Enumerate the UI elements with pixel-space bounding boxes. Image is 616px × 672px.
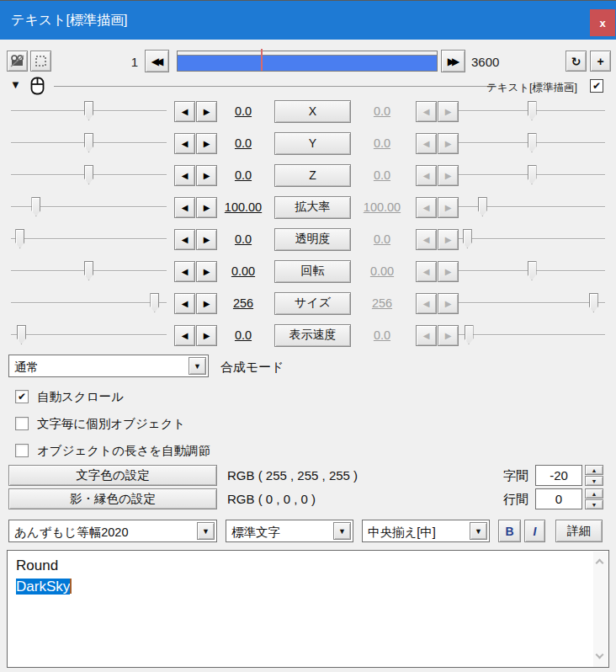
param-slider-left[interactable]	[11, 228, 167, 250]
step-up-button-disabled[interactable]: ▶	[438, 197, 459, 218]
slider-thumb[interactable]	[17, 325, 26, 344]
step-up-button-disabled[interactable]: ▶	[438, 229, 459, 250]
add-filter-button[interactable]: +	[590, 51, 611, 72]
step-down-button-disabled[interactable]: ◀	[416, 325, 437, 346]
total-frames-value[interactable]: 3600	[471, 55, 530, 69]
slider-thumb[interactable]	[31, 197, 40, 216]
dropdown-button[interactable]: ▼	[189, 357, 206, 375]
slider-thumb[interactable]	[478, 197, 487, 216]
scroll-up-icon[interactable]	[597, 558, 604, 566]
alignment-select[interactable]: 中央揃え[中] ▼	[362, 520, 490, 542]
checkbox[interactable]	[15, 417, 29, 430]
step-down-button[interactable]: ◀	[174, 197, 195, 218]
step-down-button[interactable]: ◀	[174, 165, 195, 186]
step-up-button-disabled[interactable]: ▶	[438, 293, 459, 314]
param-end-value[interactable]: 100.00	[356, 200, 408, 214]
param-slider-left[interactable]	[11, 100, 167, 122]
param-slider-right[interactable]	[459, 100, 605, 122]
param-end-value[interactable]: 0.0	[356, 328, 408, 342]
timeline-track[interactable]	[177, 51, 438, 72]
param-start-value[interactable]: 256	[217, 296, 269, 310]
text-color-button[interactable]: 文字色の設定	[8, 465, 217, 486]
spin-up-button[interactable]: ▲	[585, 488, 603, 499]
param-slider-right[interactable]	[459, 196, 605, 218]
letter-spacing-input[interactable]: -20	[535, 465, 582, 486]
prev-frame-button[interactable]: ◀◀	[145, 50, 169, 72]
next-frame-button[interactable]: ▶▶	[441, 50, 465, 72]
option-separate-objects[interactable]: 文字毎に個別オブジェクト	[15, 416, 185, 431]
option-auto-length[interactable]: オブジェクトの長さを自動調節	[15, 443, 210, 458]
param-start-value[interactable]: 0.0	[217, 104, 269, 118]
param-slider-right[interactable]	[459, 260, 605, 282]
step-down-button-disabled[interactable]: ◀	[416, 101, 437, 122]
param-slider-right[interactable]	[459, 164, 605, 186]
param-name-button[interactable]: 拡大率	[274, 196, 351, 219]
param-end-value[interactable]: 0.0	[356, 232, 408, 246]
checkbox[interactable]: ✔	[15, 390, 29, 403]
step-down-button-disabled[interactable]: ◀	[416, 293, 437, 314]
mouse-drag-icon[interactable]	[30, 77, 45, 95]
playhead-marker[interactable]	[261, 49, 263, 71]
slider-thumb[interactable]	[84, 261, 93, 280]
param-slider-right[interactable]	[459, 324, 605, 346]
param-name-button[interactable]: 透明度	[274, 228, 351, 251]
param-end-value[interactable]: 0.0	[356, 136, 408, 150]
text-line[interactable]: Round	[8, 551, 608, 576]
step-up-button[interactable]: ▶	[196, 133, 217, 154]
slider-thumb[interactable]	[84, 101, 93, 120]
param-start-value[interactable]: 0.00	[217, 264, 269, 278]
param-end-value[interactable]: 256	[356, 296, 408, 310]
param-slider-left[interactable]	[11, 260, 167, 282]
slider-thumb[interactable]	[528, 165, 537, 184]
spin-down-button[interactable]: ▼	[585, 499, 603, 509]
line-spacing-input[interactable]: 0	[535, 488, 582, 509]
detail-button[interactable]: 詳細	[555, 520, 603, 542]
spin-up-button[interactable]: ▲	[585, 465, 603, 475]
param-end-value[interactable]: 0.0	[356, 104, 408, 118]
bold-button[interactable]: B	[498, 520, 521, 542]
param-end-value[interactable]: 0.0	[356, 168, 408, 182]
param-start-value[interactable]: 0.0	[217, 232, 269, 246]
param-slider-left[interactable]	[11, 132, 167, 154]
scroll-down-icon[interactable]	[597, 653, 604, 660]
step-down-button-disabled[interactable]: ◀	[416, 261, 437, 282]
dropdown-button[interactable]: ▼	[333, 522, 351, 540]
param-start-value[interactable]: 100.00	[217, 200, 269, 214]
slider-thumb[interactable]	[589, 293, 598, 312]
slider-thumb[interactable]	[84, 133, 93, 152]
slider-thumb[interactable]	[150, 293, 159, 312]
collapse-triangle-icon[interactable]: ▼	[10, 78, 21, 91]
step-up-button[interactable]: ▶	[196, 261, 217, 282]
close-button[interactable]: x	[590, 9, 615, 36]
spin-down-button[interactable]: ▼	[585, 476, 603, 486]
param-start-value[interactable]: 0.0	[217, 136, 269, 150]
step-up-button[interactable]: ▶	[196, 325, 217, 346]
step-down-button[interactable]: ◀	[174, 261, 195, 282]
step-down-button[interactable]: ◀	[174, 325, 195, 346]
param-slider-right[interactable]	[459, 132, 605, 154]
step-down-button-disabled[interactable]: ◀	[416, 165, 437, 186]
step-up-button-disabled[interactable]: ▶	[438, 165, 459, 186]
param-slider-left[interactable]	[11, 196, 167, 218]
step-up-button[interactable]: ▶	[196, 101, 217, 122]
step-up-button-disabled[interactable]: ▶	[438, 101, 459, 122]
param-name-button[interactable]: 表示速度	[274, 324, 351, 347]
step-up-button[interactable]: ▶	[196, 165, 217, 186]
param-slider-left[interactable]	[11, 292, 167, 314]
param-start-value[interactable]: 0.0	[217, 328, 269, 342]
clipping-button[interactable]	[30, 51, 51, 72]
text-line[interactable]: DarkSky	[8, 576, 608, 597]
textarea-scrollbar[interactable]	[593, 552, 608, 667]
step-down-button-disabled[interactable]: ◀	[416, 197, 437, 218]
current-frame-value[interactable]: 1	[101, 55, 138, 69]
refresh-button[interactable]: ↻	[566, 51, 587, 72]
step-down-button-disabled[interactable]: ◀	[416, 229, 437, 250]
param-slider-left[interactable]	[11, 164, 167, 186]
step-up-button-disabled[interactable]: ▶	[438, 261, 459, 282]
camera-control-button[interactable]	[7, 51, 28, 72]
step-up-button[interactable]: ▶	[196, 229, 217, 250]
text-style-select[interactable]: 標準文字 ▼	[226, 520, 353, 542]
param-slider-right[interactable]	[459, 292, 605, 314]
dropdown-button[interactable]: ▼	[470, 522, 487, 540]
step-down-button[interactable]: ◀	[174, 229, 195, 250]
